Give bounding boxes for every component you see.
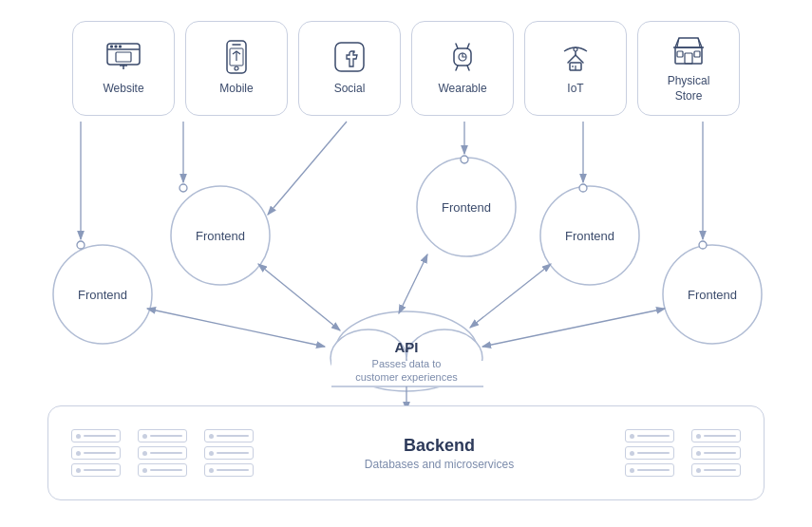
channel-website: Website — [72, 21, 175, 116]
store-icon — [671, 32, 706, 66]
mobile-icon — [219, 40, 254, 74]
svg-line-16 — [467, 44, 469, 48]
server-stack-right2 — [691, 429, 741, 477]
svg-line-64 — [470, 264, 551, 328]
channel-physical-store-label: PhysicalStore — [668, 74, 710, 104]
social-icon — [332, 40, 367, 74]
svg-point-42 — [335, 311, 478, 391]
svg-point-34 — [171, 186, 270, 285]
svg-point-38 — [540, 186, 639, 285]
svg-point-44 — [406, 329, 482, 386]
svg-point-56 — [461, 156, 468, 163]
svg-point-22 — [574, 47, 577, 51]
svg-point-43 — [330, 329, 406, 386]
channel-wearable-label: Wearable — [438, 82, 486, 97]
svg-point-53 — [179, 184, 187, 192]
svg-rect-28 — [677, 51, 683, 57]
svg-line-17 — [456, 66, 458, 70]
svg-line-63 — [399, 254, 427, 313]
backend-box: Backend Databases and microservices — [47, 405, 765, 500]
server-stack-left1 — [71, 429, 121, 477]
server-stack-left3 — [204, 429, 254, 477]
svg-rect-2 — [110, 46, 113, 48]
svg-rect-5 — [116, 52, 131, 62]
channel-social-label: Social — [334, 82, 366, 97]
channel-mobile-label: Mobile — [219, 82, 253, 97]
channel-website-label: Website — [103, 82, 143, 97]
svg-point-40 — [663, 245, 762, 344]
diagram-container: Website Mobile — [0, 0, 812, 527]
svg-text:Frontend: Frontend — [442, 200, 491, 215]
svg-point-9 — [235, 66, 238, 70]
svg-rect-3 — [115, 46, 118, 48]
wearable-icon — [445, 40, 480, 74]
backend-text: Backend Databases and microservices — [271, 436, 608, 471]
svg-rect-29 — [694, 51, 700, 57]
server-stack-left2 — [138, 429, 187, 477]
backend-subtitle: Databases and microservices — [271, 458, 608, 471]
backend-title: Backend — [271, 436, 608, 456]
svg-text:Frontend: Frontend — [688, 288, 737, 302]
channel-social: Social — [298, 21, 401, 116]
svg-text:API: API — [394, 339, 418, 355]
iot-icon — [558, 40, 593, 74]
svg-text:Frontend: Frontend — [565, 229, 614, 243]
channel-iot-label: IoT — [567, 82, 583, 97]
svg-point-58 — [579, 184, 587, 192]
svg-text:Frontend: Frontend — [78, 288, 127, 302]
svg-rect-26 — [675, 47, 702, 64]
svg-line-15 — [456, 44, 458, 48]
server-stack-right1 — [625, 429, 674, 477]
svg-point-60 — [699, 241, 707, 249]
svg-line-61 — [147, 309, 325, 347]
svg-text:Frontend: Frontend — [196, 229, 245, 243]
svg-rect-4 — [119, 46, 122, 48]
svg-rect-27 — [685, 53, 692, 64]
svg-line-18 — [467, 66, 469, 70]
channel-iot: IoT — [524, 21, 627, 116]
channel-wearable: Wearable — [411, 21, 514, 116]
svg-rect-45 — [331, 361, 483, 387]
channel-mobile: Mobile — [185, 21, 288, 116]
svg-point-32 — [53, 245, 152, 344]
svg-text:customer experiences: customer experiences — [355, 371, 458, 383]
svg-point-36 — [417, 158, 516, 256]
svg-text:Passes data to: Passes data to — [372, 358, 442, 369]
channel-physical-store: PhysicalStore — [637, 21, 740, 116]
svg-point-51 — [77, 241, 85, 249]
website-icon — [106, 40, 141, 74]
svg-line-62 — [258, 264, 340, 330]
svg-line-54 — [268, 122, 347, 215]
svg-line-65 — [482, 309, 665, 347]
